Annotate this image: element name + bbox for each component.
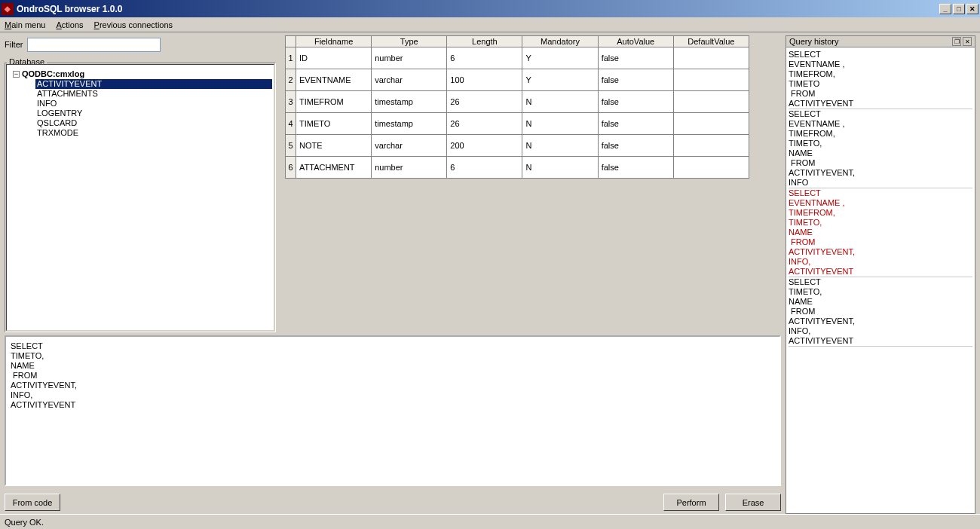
menubar: Main menu Actions Previous connections: [0, 17, 980, 32]
col-type[interactable]: Type: [372, 36, 447, 47]
cell-fieldname[interactable]: NOTE: [296, 135, 372, 157]
tree-item-qslcard[interactable]: QSLCARD: [35, 118, 272, 128]
cell-mandatory[interactable]: N: [522, 135, 598, 157]
database-panel-inner: − QODBC:cmxlog ACTIVITYEVENTATTACHMENTSI…: [6, 64, 274, 331]
cell-mandatory[interactable]: Y: [522, 47, 598, 69]
table-pane: Fieldname Type Length Mandatory AutoValu…: [285, 35, 781, 332]
tree-item-trxmode[interactable]: TRXMODE: [35, 128, 272, 138]
query-history-entry[interactable]: SELECT EVENTNAME , TIMEFROM, TIMETO, NAM…: [789, 109, 972, 188]
table-row[interactable]: 6ATTACHMENTnumber6Nfalse: [286, 157, 749, 179]
col-fieldname[interactable]: Fieldname: [296, 36, 372, 47]
cell-mandatory[interactable]: N: [522, 91, 598, 113]
query-history-panel: Query history ❐ ✕ SELECT EVENTNAME , TIM…: [786, 35, 975, 514]
cell-fieldname[interactable]: TIMETO: [296, 113, 372, 135]
query-history-entry[interactable]: SELECT EVENTNAME , TIMEFROM, TIMETO, NAM…: [789, 188, 972, 277]
cell-type[interactable]: timestamp: [372, 91, 447, 113]
row-number[interactable]: 5: [286, 135, 296, 157]
perform-button[interactable]: Perform: [663, 494, 719, 511]
tree-item-attachments[interactable]: ATTACHMENTS: [35, 89, 272, 99]
cell-autovalue[interactable]: false: [598, 113, 673, 135]
row-number[interactable]: 2: [286, 69, 296, 91]
cell-fieldname[interactable]: ATTACHMENT: [296, 157, 372, 179]
query-history-entry[interactable]: SELECT TIMETO, NAME FROM ACTIVITYEVENT, …: [789, 277, 972, 347]
filter-row: Filter: [5, 35, 276, 54]
cell-type[interactable]: number: [372, 47, 447, 69]
cell-length[interactable]: 200: [447, 135, 522, 157]
col-autovalue[interactable]: AutoValue: [598, 36, 673, 47]
tree-children: ACTIVITYEVENTATTACHMENTSINFOLOGENTRYQSLC…: [8, 79, 272, 138]
cell-fieldname[interactable]: TIMEFROM: [296, 91, 372, 113]
table-row[interactable]: 1IDnumber6Yfalse: [286, 47, 749, 69]
cell-type[interactable]: timestamp: [372, 113, 447, 135]
query-editor[interactable]: SELECT TIMETO, NAME FROM ACTIVITYEVENT, …: [5, 335, 781, 486]
tree-item-logentry[interactable]: LOGENTRY: [35, 109, 272, 118]
cell-length[interactable]: 26: [447, 113, 522, 135]
app-icon: ◆: [2, 3, 14, 15]
table-row[interactable]: 5NOTEvarchar200Nfalse: [286, 135, 749, 157]
tree-item-activityevent[interactable]: ACTIVITYEVENT: [35, 79, 272, 89]
filter-label: Filter: [5, 40, 23, 49]
col-length[interactable]: Length: [447, 36, 522, 47]
from-code-button[interactable]: From code: [5, 494, 60, 511]
query-history-titlebar: Query history ❐ ✕: [786, 36, 975, 47]
cell-type[interactable]: varchar: [372, 135, 447, 157]
cell-defaultvalue[interactable]: [673, 113, 749, 135]
cell-defaultvalue[interactable]: [673, 91, 749, 113]
cell-defaultvalue[interactable]: [673, 47, 749, 69]
cell-length[interactable]: 6: [447, 47, 522, 69]
tree-root[interactable]: − QODBC:cmxlog: [8, 69, 272, 79]
close-button[interactable]: ✕: [966, 4, 978, 14]
tree-item-info[interactable]: INFO: [35, 99, 272, 109]
cell-length[interactable]: 100: [447, 69, 522, 91]
query-history-entry[interactable]: SELECT EVENTNAME , TIMEFROM, TIMETO FROM…: [789, 50, 972, 109]
button-row: From code Perform Erase: [5, 489, 781, 512]
row-number[interactable]: 6: [286, 157, 296, 179]
content: Filter Database − QODBC:cmxlog ACTIVITYE…: [0, 32, 980, 514]
cell-length[interactable]: 26: [447, 91, 522, 113]
cell-length[interactable]: 6: [447, 157, 522, 179]
table-row[interactable]: 3TIMEFROMtimestamp26Nfalse: [286, 91, 749, 113]
cell-type[interactable]: varchar: [372, 69, 447, 91]
database-panel: Database − QODBC:cmxlog ACTIVITYEVENTATT…: [5, 63, 276, 332]
table-row[interactable]: 4TIMETOtimestamp26Nfalse: [286, 113, 749, 135]
maximize-button[interactable]: □: [953, 4, 965, 14]
query-history-body[interactable]: SELECT EVENTNAME , TIMEFROM, TIMETO FROM…: [786, 47, 975, 513]
cell-defaultvalue[interactable]: [673, 69, 749, 91]
cell-defaultvalue[interactable]: [673, 135, 749, 157]
row-number[interactable]: 3: [286, 91, 296, 113]
menu-previous[interactable]: Previous connections: [94, 20, 173, 29]
table-corner: [286, 36, 296, 47]
cell-fieldname[interactable]: ID: [296, 47, 372, 69]
menu-actions[interactable]: Actions: [56, 20, 83, 29]
titlebar: ◆ OndroSQL browser 1.0.0 _ □ ✕: [0, 0, 980, 17]
row-number[interactable]: 4: [286, 113, 296, 135]
cell-fieldname[interactable]: EVENTNAME: [296, 69, 372, 91]
query-history-close-icon[interactable]: ✕: [963, 37, 972, 46]
cell-autovalue[interactable]: false: [598, 69, 673, 91]
database-tree: − QODBC:cmxlog ACTIVITYEVENTATTACHMENTSI…: [7, 65, 274, 142]
query-history-dock-icon[interactable]: ❐: [952, 37, 961, 46]
filter-input[interactable]: [27, 38, 161, 52]
cell-defaultvalue[interactable]: [673, 157, 749, 179]
table-row[interactable]: 2EVENTNAMEvarchar100Yfalse: [286, 69, 749, 91]
left-column: Filter Database − QODBC:cmxlog ACTIVITYE…: [5, 35, 781, 514]
cell-mandatory[interactable]: N: [522, 157, 598, 179]
cell-autovalue[interactable]: false: [598, 135, 673, 157]
col-defaultvalue[interactable]: DefaultValue: [673, 36, 749, 47]
cell-autovalue[interactable]: false: [598, 47, 673, 69]
cell-mandatory[interactable]: Y: [522, 69, 598, 91]
menu-main[interactable]: Main menu: [5, 20, 45, 29]
cell-type[interactable]: number: [372, 157, 447, 179]
cell-mandatory[interactable]: N: [522, 113, 598, 135]
col-mandatory[interactable]: Mandatory: [522, 36, 598, 47]
erase-button[interactable]: Erase: [725, 494, 781, 511]
fields-table[interactable]: Fieldname Type Length Mandatory AutoValu…: [285, 35, 749, 179]
window-buttons: _ □ ✕: [938, 4, 978, 14]
cell-autovalue[interactable]: false: [598, 91, 673, 113]
cell-autovalue[interactable]: false: [598, 157, 673, 179]
window-title: OndroSQL browser 1.0.0: [17, 4, 938, 14]
row-number[interactable]: 1: [286, 47, 296, 69]
status-text: Query OK.: [5, 518, 44, 527]
minimize-button[interactable]: _: [939, 4, 951, 14]
tree-collapse-icon[interactable]: −: [13, 71, 20, 78]
